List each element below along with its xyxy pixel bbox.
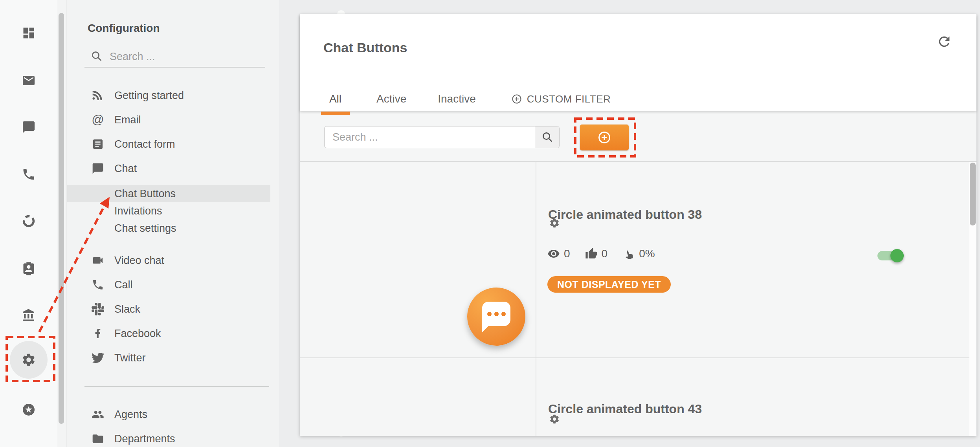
sidebar-item-label: Agents bbox=[114, 409, 147, 421]
sidebar-item-departments[interactable]: Departments bbox=[67, 427, 270, 447]
rss-icon bbox=[92, 89, 104, 102]
calls-icon[interactable] bbox=[22, 167, 36, 181]
sidebar-item-label: Chat Buttons bbox=[114, 188, 176, 200]
main-panel: Chat Buttons All Active Inactive CUSTOM … bbox=[300, 14, 976, 436]
sidebar-item-facebook[interactable]: Facebook bbox=[67, 321, 270, 346]
plus-circle-icon bbox=[511, 93, 522, 104]
page: { "colors": { "accent_orange": "#f0872f"… bbox=[0, 0, 980, 447]
starred-icon[interactable] bbox=[22, 403, 36, 417]
sidebar-item-slack[interactable]: Slack bbox=[67, 297, 270, 321]
sidebar-divider bbox=[84, 386, 269, 387]
page-title: Chat Buttons bbox=[323, 40, 407, 55]
click-icon bbox=[622, 247, 635, 260]
dashboard-icon[interactable] bbox=[22, 26, 36, 40]
tab-inactive[interactable]: Inactive bbox=[438, 87, 476, 111]
customers-icon[interactable] bbox=[22, 262, 36, 276]
sidebar-item-agents[interactable]: Agents bbox=[67, 402, 270, 427]
active-toggle[interactable] bbox=[877, 251, 901, 260]
chat-button-preview[interactable] bbox=[467, 288, 525, 346]
sidebar-item-email[interactable]: @ Email bbox=[67, 108, 270, 132]
plus-circle-icon bbox=[597, 130, 611, 145]
sidebar-item-label: Invitations bbox=[114, 205, 162, 217]
configuration-sidebar: Configuration Getting started @ Email Co… bbox=[67, 0, 279, 447]
rail-scrollbar[interactable] bbox=[57, 0, 67, 447]
table-column-divider bbox=[536, 161, 536, 436]
search-icon bbox=[91, 50, 103, 62]
phone-icon bbox=[92, 278, 104, 291]
sidebar-title: Configuration bbox=[88, 22, 160, 35]
likes-count: 0 bbox=[602, 247, 608, 260]
sidebar-item-label: Getting started bbox=[114, 90, 184, 102]
add-chat-button[interactable] bbox=[580, 125, 629, 150]
tab-label: CUSTOM FILTER bbox=[527, 93, 611, 105]
chat-button-title: Circle animated button 43 bbox=[548, 402, 702, 416]
tab-custom-filter[interactable]: CUSTOM FILTER bbox=[511, 87, 611, 111]
sidebar-item-twitter[interactable]: Twitter bbox=[67, 346, 270, 370]
sidebar-search-input[interactable] bbox=[110, 49, 259, 64]
status-badge: NOT DISPLAYED YET bbox=[547, 276, 671, 293]
reports-icon[interactable] bbox=[22, 214, 36, 228]
tab-active[interactable]: Active bbox=[376, 87, 406, 111]
sidebar-item-label: Video chat bbox=[114, 255, 164, 267]
tab-label: Active bbox=[376, 93, 406, 105]
list-search-input[interactable] bbox=[325, 126, 535, 148]
active-tab-underline bbox=[321, 112, 350, 115]
list-search-button[interactable] bbox=[535, 126, 559, 148]
form-icon bbox=[92, 138, 104, 150]
row-settings-gear-icon[interactable] bbox=[549, 218, 560, 229]
chat-button-title: Circle animated button 38 bbox=[548, 207, 702, 222]
chat-bubble-icon bbox=[92, 162, 104, 175]
sidebar-item-label: Twitter bbox=[114, 352, 146, 364]
sidebar-item-label: Chat settings bbox=[114, 222, 176, 234]
slack-icon bbox=[92, 303, 104, 315]
sidebar-item-label: Email bbox=[114, 114, 141, 126]
sidebar-item-getting-started[interactable]: Getting started bbox=[67, 83, 270, 108]
sidebar-item-label: Departments bbox=[114, 433, 175, 445]
folder-icon bbox=[92, 432, 104, 445]
row-settings-gear-icon[interactable] bbox=[549, 414, 560, 425]
sidebar-item-chat-settings[interactable]: Chat settings bbox=[67, 220, 270, 237]
sidebar-item-chat-buttons[interactable]: Chat Buttons bbox=[67, 185, 270, 202]
app-icon-rail bbox=[0, 0, 57, 447]
stats-row: 0 0 0% bbox=[547, 247, 670, 260]
views-stat: 0 bbox=[547, 247, 570, 260]
tab-label: All bbox=[329, 93, 341, 105]
chats-icon[interactable] bbox=[22, 120, 36, 134]
table-row-divider bbox=[300, 357, 976, 358]
main-scrollbar[interactable] bbox=[969, 162, 976, 436]
tab-bar: All Active Inactive CUSTOM FILTER bbox=[321, 87, 611, 111]
sidebar-item-invitations[interactable]: Invitations bbox=[67, 202, 270, 220]
tab-all[interactable]: All bbox=[321, 87, 350, 111]
toggle-knob bbox=[890, 249, 904, 262]
views-count: 0 bbox=[564, 247, 570, 260]
sidebar-item-chat[interactable]: Chat bbox=[67, 156, 270, 181]
conversions-value: 0% bbox=[639, 247, 655, 260]
settings-gear-icon bbox=[21, 352, 36, 367]
main-scrollbar-thumb[interactable] bbox=[970, 163, 976, 225]
conversions-stat: 0% bbox=[622, 247, 655, 260]
sidebar-item-label: Call bbox=[114, 279, 133, 291]
mail-icon[interactable] bbox=[22, 73, 36, 88]
tab-label: Inactive bbox=[438, 93, 476, 105]
thumbs-up-icon bbox=[585, 247, 598, 260]
sidebar-item-label: Chat bbox=[114, 163, 137, 175]
billing-icon[interactable] bbox=[22, 308, 36, 322]
refresh-button[interactable] bbox=[936, 34, 952, 49]
settings-icon-highlight-circle[interactable] bbox=[10, 341, 48, 379]
video-icon bbox=[92, 254, 104, 267]
sidebar-item-call[interactable]: Call bbox=[67, 273, 270, 297]
sidebar-item-label: Facebook bbox=[114, 328, 161, 340]
twitter-icon bbox=[92, 352, 104, 364]
facebook-icon bbox=[92, 327, 104, 340]
list-search bbox=[324, 126, 560, 148]
eye-icon bbox=[547, 247, 560, 260]
main-header: Chat Buttons All Active Inactive CUSTOM … bbox=[300, 14, 976, 111]
table-top-border bbox=[300, 161, 976, 162]
likes-stat: 0 bbox=[585, 247, 608, 260]
sidebar-item-label: Contact form bbox=[114, 138, 175, 150]
rail-scrollbar-thumb[interactable] bbox=[59, 13, 64, 424]
at-icon: @ bbox=[92, 114, 104, 126]
sidebar-item-contact-form[interactable]: Contact form bbox=[67, 132, 270, 156]
sidebar-item-video-chat[interactable]: Video chat bbox=[67, 248, 270, 273]
sidebar-item-label: Slack bbox=[114, 303, 140, 315]
